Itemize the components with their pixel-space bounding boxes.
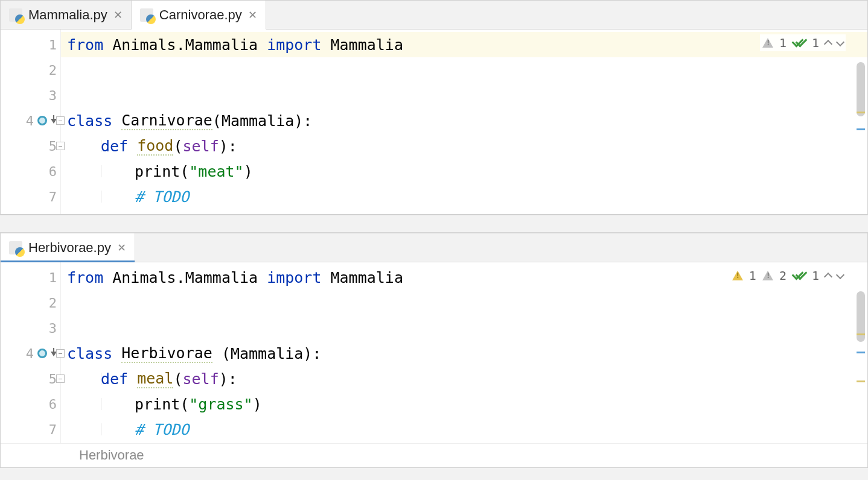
editor-area[interactable]: 1 2 3 4 5 6 7 from Animals.Mammalia impo… [1, 262, 867, 443]
code-line[interactable]: print("meat") [61, 159, 867, 184]
marker-warning[interactable] [857, 381, 865, 382]
ok-icon[interactable] [793, 38, 806, 48]
tab-label: Herbivorae.py [28, 240, 111, 256]
marker-warning[interactable] [857, 112, 865, 113]
code-area[interactable]: from Animals.Mammalia import Mammalia cl… [61, 30, 867, 214]
fold-icon[interactable] [56, 142, 65, 150]
code-line[interactable] [61, 57, 867, 83]
ok-count: 1 [812, 268, 819, 283]
ok-count: 1 [812, 36, 819, 50]
code-line[interactable] [61, 315, 867, 341]
line-number: 6 [41, 397, 57, 412]
tab-label: Mammalia.py [28, 7, 107, 23]
chevron-down-icon[interactable] [836, 270, 844, 279]
python-file-icon [9, 241, 22, 254]
code-line[interactable]: # TODO [61, 184, 867, 209]
scrollbar[interactable] [857, 267, 865, 438]
code-line[interactable]: def meal(self): [61, 366, 867, 391]
weak-warning-count: 2 [779, 268, 787, 283]
chevron-down-icon[interactable] [836, 37, 844, 46]
line-number: 4 [18, 346, 34, 361]
close-icon[interactable]: ✕ [117, 242, 126, 253]
inspection-status[interactable]: 1 2 1 [730, 267, 846, 284]
tab-label: Carnivorae.py [159, 7, 242, 23]
tab-herbivorae[interactable]: Herbivorae.py ✕ [1, 233, 135, 262]
override-icon[interactable] [37, 116, 47, 125]
fold-icon[interactable] [56, 116, 65, 125]
warning-count: 1 [779, 36, 787, 50]
line-number: 7 [41, 422, 57, 437]
line-number: 1 [41, 37, 57, 52]
python-file-icon [140, 8, 153, 22]
fold-icon[interactable] [56, 349, 65, 358]
chevron-up-icon[interactable] [824, 272, 832, 280]
line-number: 3 [41, 321, 57, 336]
python-file-icon [9, 8, 22, 22]
code-line[interactable]: def food(self): [61, 133, 867, 159]
code-line[interactable] [61, 290, 867, 315]
line-number: 5 [41, 371, 57, 387]
warning-icon[interactable] [732, 271, 743, 280]
code-line[interactable]: from Animals.Mammalia import Mammalia [61, 32, 867, 57]
scrollbar-thumb[interactable] [857, 62, 865, 116]
warning-icon[interactable] [762, 38, 773, 48]
weak-warning-icon[interactable] [762, 271, 773, 280]
line-number: 6 [41, 164, 57, 179]
line-number: 1 [41, 270, 57, 285]
split-divider[interactable] [0, 215, 868, 233]
gutter: 1 2 3 4 5 6 7 [1, 30, 61, 214]
tab-bar: Mammalia.py ✕ Carnivorae.py ✕ [1, 1, 867, 30]
line-number: 2 [41, 63, 57, 78]
breadcrumb-item[interactable]: Herbivorae [79, 447, 144, 463]
inspection-status[interactable]: 1 1 [760, 34, 846, 51]
fold-icon[interactable] [56, 374, 65, 383]
scrollbar[interactable] [857, 34, 865, 209]
code-line[interactable]: class Herbivorae (Mammalia): [61, 341, 867, 366]
ok-icon[interactable] [793, 271, 806, 280]
tab-carnivorae[interactable]: Carnivorae.py ✕ [132, 1, 266, 30]
tab-bar: Herbivorae.py ✕ [1, 233, 867, 262]
marker-warning[interactable] [857, 333, 865, 335]
editor-area[interactable]: 1 2 3 4 5 6 7 from Animals.Mammalia impo… [1, 30, 867, 214]
line-number: 3 [41, 88, 57, 103]
breadcrumb[interactable]: Herbivorae [1, 443, 867, 467]
line-number: 5 [41, 139, 57, 154]
code-area[interactable]: from Animals.Mammalia import Mammalia cl… [61, 262, 867, 443]
line-number: 2 [41, 295, 57, 311]
editor-pane-bottom: Herbivorae.py ✕ 1 2 3 4 5 6 7 from Anima… [0, 233, 868, 468]
gutter: 1 2 3 4 5 6 7 [1, 262, 61, 443]
chevron-up-icon[interactable] [824, 39, 832, 48]
marker-info[interactable] [857, 352, 865, 353]
override-icon[interactable] [37, 349, 47, 358]
line-number: 4 [18, 113, 34, 128]
close-icon[interactable]: ✕ [113, 10, 123, 21]
code-line[interactable]: class Carnivorae(Mammalia): [61, 108, 867, 133]
close-icon[interactable]: ✕ [248, 10, 257, 21]
code-line[interactable] [61, 83, 867, 108]
line-number: 7 [41, 189, 57, 204]
code-line[interactable]: # TODO [61, 417, 867, 442]
tab-mammalia[interactable]: Mammalia.py ✕ [1, 1, 132, 29]
code-line[interactable]: print("grass") [61, 391, 867, 417]
marker-info[interactable] [857, 128, 865, 130]
warning-count: 1 [749, 268, 756, 283]
editor-pane-top: Mammalia.py ✕ Carnivorae.py ✕ 1 2 3 4 5 … [0, 0, 868, 215]
